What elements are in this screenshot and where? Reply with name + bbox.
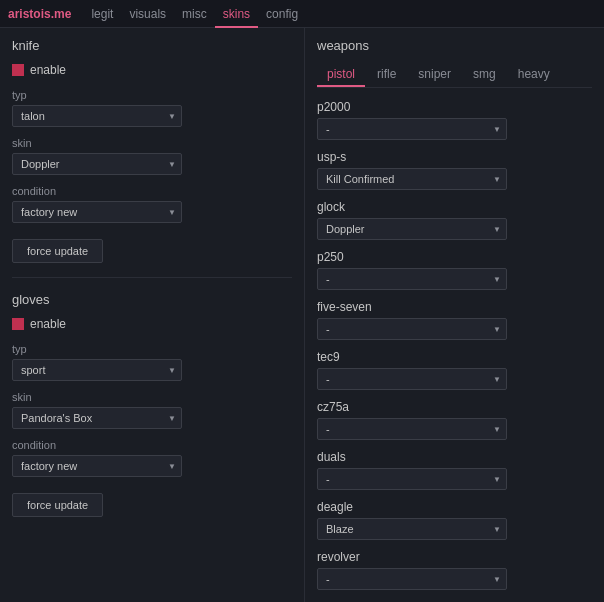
weapon-name: tec9 bbox=[317, 350, 592, 364]
tab-rifle[interactable]: rifle bbox=[367, 63, 406, 87]
weapon-name: usp-s bbox=[317, 150, 592, 164]
weapon-row: glockDoppler bbox=[317, 200, 592, 240]
weapon-skin-select[interactable]: - bbox=[317, 118, 507, 140]
weapon-skin-select[interactable]: Doppler bbox=[317, 218, 507, 240]
gloves-skin-select[interactable]: Pandora's Box Spearmint Vice bbox=[12, 407, 182, 429]
weapon-skin-select-wrapper: Doppler bbox=[317, 218, 507, 240]
knife-section-title: knife bbox=[12, 38, 292, 53]
nav-legit[interactable]: legit bbox=[83, 0, 121, 28]
knife-condition-label: condition bbox=[12, 185, 292, 197]
nav-skins[interactable]: skins bbox=[215, 0, 258, 28]
weapon-skin-select[interactable]: - bbox=[317, 268, 507, 290]
tab-sniper[interactable]: sniper bbox=[408, 63, 461, 87]
weapon-row: usp-sKill Confirmed bbox=[317, 150, 592, 190]
weapon-skin-select[interactable]: - bbox=[317, 368, 507, 390]
knife-enable-checkbox[interactable] bbox=[12, 64, 24, 76]
brand-logo: aristois.me bbox=[8, 7, 71, 21]
gloves-typ-select-wrapper: sport bloodhound driver hand wraps bbox=[12, 359, 182, 381]
knife-enable-label: enable bbox=[30, 63, 66, 77]
weapon-row: p250- bbox=[317, 250, 592, 290]
knife-skin-label: skin bbox=[12, 137, 292, 149]
weapon-skin-select-wrapper: - bbox=[317, 268, 507, 290]
gloves-skin-label: skin bbox=[12, 391, 292, 403]
weapon-skin-select-wrapper: - bbox=[317, 468, 507, 490]
knife-enable-row: enable bbox=[12, 63, 292, 77]
weapon-skin-select-wrapper: - bbox=[317, 118, 507, 140]
knife-force-update-button[interactable]: force update bbox=[12, 239, 103, 263]
gloves-enable-checkbox[interactable] bbox=[12, 318, 24, 330]
main-content: knife enable typ talon karambit butterfl… bbox=[0, 28, 604, 602]
gloves-section-title: gloves bbox=[12, 292, 292, 307]
weapon-name: duals bbox=[317, 450, 592, 464]
weapons-tabs: pistol rifle sniper smg heavy bbox=[317, 63, 592, 88]
knife-typ-group: typ talon karambit butterfly m9 bayonet bbox=[12, 89, 292, 127]
weapon-skin-select[interactable]: Blaze bbox=[317, 518, 507, 540]
gloves-enable-label: enable bbox=[30, 317, 66, 331]
gloves-condition-label: condition bbox=[12, 439, 292, 451]
knife-typ-select-wrapper: talon karambit butterfly m9 bayonet bbox=[12, 105, 182, 127]
right-panel: weapons pistol rifle sniper smg heavy p2… bbox=[305, 28, 604, 602]
weapon-skin-select-wrapper: Kill Confirmed bbox=[317, 168, 507, 190]
weapon-row: duals- bbox=[317, 450, 592, 490]
nav-config[interactable]: config bbox=[258, 0, 306, 28]
weapon-name: p250 bbox=[317, 250, 592, 264]
weapon-skin-select[interactable]: - bbox=[317, 568, 507, 590]
gloves-typ-select[interactable]: sport bloodhound driver hand wraps bbox=[12, 359, 182, 381]
weapon-name: glock bbox=[317, 200, 592, 214]
knife-typ-label: typ bbox=[12, 89, 292, 101]
gloves-skin-group: skin Pandora's Box Spearmint Vice bbox=[12, 391, 292, 429]
gloves-force-update-button[interactable]: force update bbox=[12, 493, 103, 517]
navbar: aristois.me legit visuals misc skins con… bbox=[0, 0, 604, 28]
knife-skin-group: skin Doppler Fade Marble Fade bbox=[12, 137, 292, 175]
tab-pistol[interactable]: pistol bbox=[317, 63, 365, 87]
weapon-skin-select-wrapper: - bbox=[317, 418, 507, 440]
knife-gloves-divider bbox=[12, 277, 292, 278]
weapon-skin-select-wrapper: - bbox=[317, 568, 507, 590]
weapon-skin-select-wrapper: - bbox=[317, 318, 507, 340]
nav-misc[interactable]: misc bbox=[174, 0, 215, 28]
weapon-row: tec9- bbox=[317, 350, 592, 390]
gloves-typ-group: typ sport bloodhound driver hand wraps bbox=[12, 343, 292, 381]
knife-condition-group: condition factory new minimal wear field… bbox=[12, 185, 292, 223]
tab-smg[interactable]: smg bbox=[463, 63, 506, 87]
weapon-skin-select[interactable]: - bbox=[317, 318, 507, 340]
knife-condition-select-wrapper: factory new minimal wear field-tested we… bbox=[12, 201, 182, 223]
weapon-name: revolver bbox=[317, 550, 592, 564]
weapon-name: five-seven bbox=[317, 300, 592, 314]
gloves-condition-select[interactable]: factory new minimal wear field-tested we… bbox=[12, 455, 182, 477]
knife-skin-select-wrapper: Doppler Fade Marble Fade bbox=[12, 153, 182, 175]
gloves-condition-group: condition factory new minimal wear field… bbox=[12, 439, 292, 477]
gloves-typ-label: typ bbox=[12, 343, 292, 355]
weapon-skin-select[interactable]: - bbox=[317, 468, 507, 490]
weapon-list: p2000-usp-sKill ConfirmedglockDopplerp25… bbox=[317, 100, 592, 590]
weapon-name: deagle bbox=[317, 500, 592, 514]
weapon-row: deagleBlaze bbox=[317, 500, 592, 540]
weapon-row: p2000- bbox=[317, 100, 592, 140]
gloves-enable-row: enable bbox=[12, 317, 292, 331]
weapon-skin-select-wrapper: Blaze bbox=[317, 518, 507, 540]
knife-typ-select[interactable]: talon karambit butterfly m9 bayonet bbox=[12, 105, 182, 127]
weapon-skin-select[interactable]: Kill Confirmed bbox=[317, 168, 507, 190]
weapon-row: five-seven- bbox=[317, 300, 592, 340]
knife-skin-select[interactable]: Doppler Fade Marble Fade bbox=[12, 153, 182, 175]
weapon-row: cz75a- bbox=[317, 400, 592, 440]
gloves-condition-select-wrapper: factory new minimal wear field-tested we… bbox=[12, 455, 182, 477]
weapon-name: cz75a bbox=[317, 400, 592, 414]
nav-visuals[interactable]: visuals bbox=[121, 0, 174, 28]
weapon-skin-select-wrapper: - bbox=[317, 368, 507, 390]
left-panel: knife enable typ talon karambit butterfl… bbox=[0, 28, 305, 602]
knife-condition-select[interactable]: factory new minimal wear field-tested we… bbox=[12, 201, 182, 223]
gloves-skin-select-wrapper: Pandora's Box Spearmint Vice bbox=[12, 407, 182, 429]
weapon-skin-select[interactable]: - bbox=[317, 418, 507, 440]
weapon-name: p2000 bbox=[317, 100, 592, 114]
weapon-row: revolver- bbox=[317, 550, 592, 590]
weapons-section-title: weapons bbox=[317, 38, 592, 53]
tab-heavy[interactable]: heavy bbox=[508, 63, 560, 87]
